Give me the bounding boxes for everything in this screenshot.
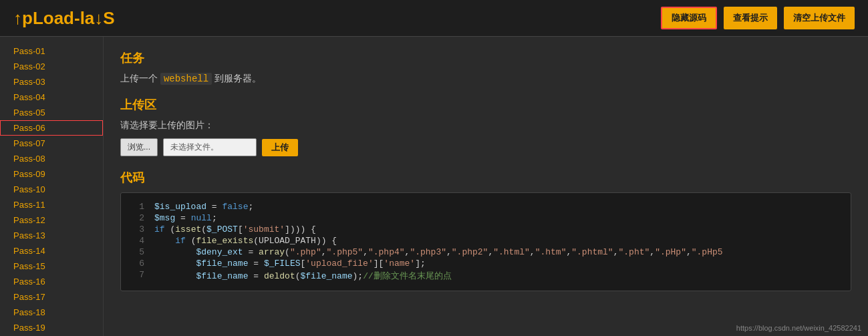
upload-form: 浏览... 未选择文件。 上传 (120, 138, 851, 156)
sidebar-item-pass-13[interactable]: Pass-13 (0, 228, 103, 243)
sidebar-item-pass-01[interactable]: Pass-01 (0, 43, 103, 59)
line-code: $deny_ext = array(".php",".php5",".php4"… (154, 247, 723, 257)
line-number: 7 (128, 270, 144, 282)
line-code: if (file_exists(UPLOAD_PATH)) { (154, 236, 337, 246)
sidebar-item-pass-17[interactable]: Pass-17 (0, 289, 103, 305)
line-code: $msg = null; (154, 213, 217, 223)
line-number: 2 (128, 213, 144, 223)
sidebar-item-pass-02[interactable]: Pass-02 (0, 59, 103, 74)
sidebar-item-pass-09[interactable]: Pass-09 (0, 166, 103, 182)
line-number: 1 (128, 202, 144, 212)
line-number: 6 (128, 259, 144, 269)
sidebar: Pass-01Pass-02Pass-03Pass-04Pass-05Pass-… (0, 37, 104, 336)
sidebar-item-pass-19[interactable]: Pass-19 (0, 320, 103, 335)
code-line-4: 4 if (file_exists(UPLOAD_PATH)) { (121, 235, 851, 246)
content-area: 任务 上传一个 webshell 到服务器。 上传区 请选择要上传的图片： 浏览… (104, 37, 868, 336)
sidebar-item-pass-03[interactable]: Pass-03 (0, 74, 103, 90)
task-code: webshell (160, 73, 212, 85)
sidebar-item-pass-16[interactable]: Pass-16 (0, 274, 103, 289)
watermark: https://blog.csdn.net/weixin_42582241 (736, 324, 861, 332)
sidebar-item-pass-18[interactable]: Pass-18 (0, 305, 103, 320)
sidebar-item-pass-06[interactable]: Pass-06 (0, 120, 103, 136)
file-display: 未选择文件。 (163, 138, 257, 156)
line-number: 3 (128, 224, 144, 234)
hint-button[interactable]: 查看提示 (724, 7, 777, 29)
line-number: 5 (128, 247, 144, 257)
task-text-1: 上传一个 (120, 73, 158, 83)
line-code: $is_upload = false; (154, 202, 253, 212)
code-line-5: 5 $deny_ext = array(".php",".php5",".php… (121, 246, 851, 258)
clear-button[interactable]: 清空上传文件 (784, 7, 855, 29)
upload-button[interactable]: 上传 (262, 139, 298, 156)
code-title: 代码 (120, 170, 851, 186)
code-line-2: 2$msg = null; (121, 212, 851, 224)
upload-title: 上传区 (120, 97, 851, 113)
code-block: 1$is_upload = false;2$msg = null;3if (is… (120, 192, 851, 291)
sidebar-item-pass-04[interactable]: Pass-04 (0, 90, 103, 105)
sidebar-item-pass-08[interactable]: Pass-08 (0, 151, 103, 166)
source-button[interactable]: 隐藏源码 (661, 7, 717, 29)
header: ↑pLoad-la↓S 隐藏源码 查看提示 清空上传文件 (0, 0, 868, 37)
sidebar-item-pass-14[interactable]: Pass-14 (0, 243, 103, 259)
line-code: $file_name = deldot($file_name);//删除文件名末… (154, 270, 452, 282)
task-title: 任务 (120, 50, 851, 66)
main-layout: Pass-01Pass-02Pass-03Pass-04Pass-05Pass-… (0, 37, 868, 336)
logo: ↑pLoad-la↓S (13, 8, 115, 29)
sidebar-item-pass-15[interactable]: Pass-15 (0, 259, 103, 274)
task-description: 上传一个 webshell 到服务器。 (120, 73, 851, 85)
browse-button[interactable]: 浏览... (120, 138, 158, 156)
code-line-6: 6 $file_name = $_FILES['upload_file']['n… (121, 258, 851, 269)
sidebar-item-pass-10[interactable]: Pass-10 (0, 182, 103, 197)
sidebar-item-pass-11[interactable]: Pass-11 (0, 197, 103, 212)
sidebar-item-pass-12[interactable]: Pass-12 (0, 212, 103, 228)
sidebar-item-pass-07[interactable]: Pass-07 (0, 136, 103, 151)
code-line-3: 3if (isset($_POST['submit']))) { (121, 224, 851, 235)
line-number: 4 (128, 236, 144, 246)
sidebar-item-pass-05[interactable]: Pass-05 (0, 105, 103, 120)
upload-label: 请选择要上传的图片： (120, 120, 851, 132)
code-line-7: 7 $file_name = deldot($file_name);//删除文件… (121, 269, 851, 283)
code-line-1: 1$is_upload = false; (121, 201, 851, 212)
line-code: $file_name = $_FILES['upload_file']['nam… (154, 259, 426, 269)
line-code: if (isset($_POST['submit']))) { (154, 224, 316, 234)
header-buttons: 隐藏源码 查看提示 清空上传文件 (661, 7, 855, 29)
task-text-2: 到服务器。 (214, 73, 261, 83)
